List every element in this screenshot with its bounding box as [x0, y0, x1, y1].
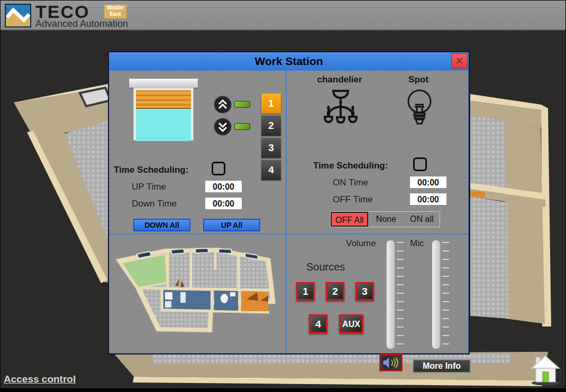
dialog-titlebar[interactable]: Work Station ✕	[109, 52, 469, 70]
access-control-link[interactable]: Access control	[4, 374, 76, 385]
tab-3[interactable]: 3	[261, 138, 281, 158]
on-time-label: ON Time	[333, 178, 368, 188]
speaker-mute-button[interactable]	[379, 354, 403, 371]
home-button[interactable]	[530, 351, 561, 386]
tab-2[interactable]: 2	[261, 116, 281, 136]
blind-up-button[interactable]	[214, 96, 232, 114]
down-time-field[interactable]: 00:00	[205, 197, 242, 210]
blinds-time-scheduling-checkbox[interactable]	[212, 162, 225, 175]
dialog-title: Work Station	[109, 52, 469, 70]
volume-slider[interactable]	[386, 240, 395, 349]
off-time-field[interactable]: 00:00	[409, 193, 447, 206]
floor-plan[interactable]	[112, 237, 284, 352]
speaker-icon	[380, 355, 401, 370]
source-1-button[interactable]: 1	[296, 282, 315, 301]
logo-badge-line2: East	[104, 11, 126, 17]
on-time-field[interactable]: 00:00	[409, 176, 447, 189]
lighting-time-scheduling-checkbox[interactable]	[413, 157, 427, 171]
mic-slider-ticks	[442, 242, 449, 347]
logo-tagline: Advanced Automation	[35, 18, 128, 30]
bottom-border	[1, 388, 566, 392]
sources-label: Sources	[306, 261, 345, 273]
blinds-time-scheduling-label: Time Scheduling:	[114, 165, 212, 175]
blind-window-graphic	[133, 88, 194, 141]
blind-down-button[interactable]	[214, 118, 232, 136]
source-3-button[interactable]: 3	[355, 282, 374, 301]
spot-bulb-icon[interactable]	[404, 88, 435, 132]
more-info-button[interactable]: More Info	[413, 359, 471, 373]
up-all-button[interactable]: UP All	[203, 219, 260, 231]
down-time-label: Down Time	[132, 199, 177, 209]
up-time-label: UP Time	[132, 182, 166, 192]
header-bar: TECO Middle East Advanced Automation	[1, 1, 566, 31]
close-button[interactable]: ✕	[451, 53, 468, 69]
vertical-divider	[286, 71, 287, 353]
source-aux-button[interactable]: AUX	[339, 314, 363, 333]
spot-label: Spot	[392, 74, 445, 85]
blind-down-led	[234, 123, 250, 130]
horizontal-divider	[109, 234, 468, 235]
home-icon	[530, 351, 561, 386]
tab-1[interactable]: 1	[261, 94, 281, 114]
work-station-dialog: Work Station ✕	[108, 51, 470, 354]
tab-4[interactable]: 4	[261, 160, 281, 180]
source-4-button[interactable]: 4	[309, 314, 327, 333]
dialog-body: 1 2 3 4 Time Scheduling: UP Time 00:00 D…	[109, 70, 469, 353]
off-time-label: OFF Time	[333, 194, 373, 205]
volume-label: Volume	[346, 238, 376, 249]
up-time-field[interactable]: 00:00	[205, 180, 242, 193]
mic-label: Mic	[410, 238, 424, 249]
lighting-time-scheduling-label: Time Scheduling:	[313, 161, 414, 171]
logo-badge-line1: Middle	[104, 5, 126, 11]
on-all-button[interactable]: ON all	[404, 212, 440, 227]
chandelier-icon[interactable]	[319, 86, 362, 133]
screen: TECO Middle East Advanced Automation Wor…	[0, 0, 566, 392]
chandelier-label: chandelier	[305, 74, 374, 85]
none-button[interactable]: None	[368, 212, 404, 227]
blind-up-led	[234, 101, 250, 108]
lighting-mode-group: OFF All None ON all	[330, 211, 440, 227]
logo-badge: Middle East	[104, 5, 126, 18]
blind-valance	[129, 79, 198, 88]
source-2-button[interactable]: 2	[326, 282, 344, 301]
off-all-button[interactable]: OFF All	[331, 212, 368, 227]
mic-slider[interactable]	[432, 240, 441, 349]
teco-logo-icon	[5, 4, 31, 27]
volume-slider-ticks	[397, 242, 404, 347]
window-glass	[136, 109, 191, 141]
blind-slats	[136, 90, 191, 109]
down-all-button[interactable]: DOWN All	[133, 219, 190, 231]
